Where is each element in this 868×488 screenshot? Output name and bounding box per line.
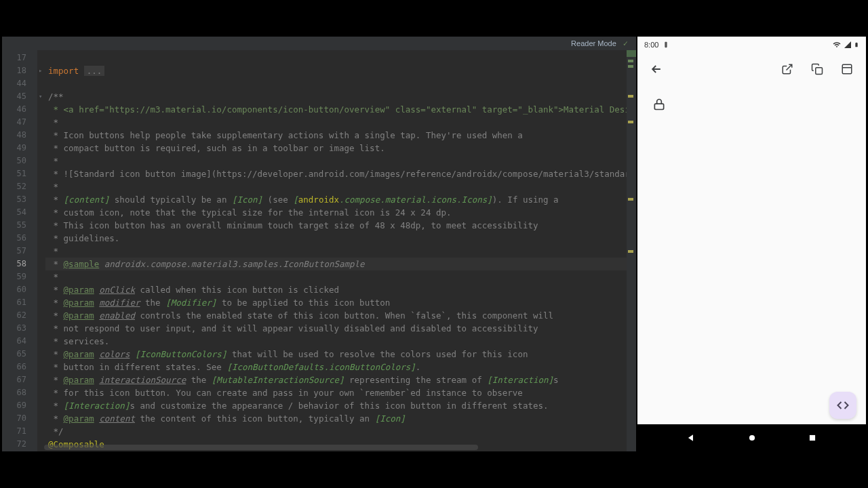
svg-rect-1 (816, 68, 823, 75)
editor-marker[interactable] (628, 250, 633, 253)
code-line[interactable]: * @param onClick called when this icon b… (45, 283, 627, 296)
code-line[interactable]: * (45, 116, 627, 129)
svg-rect-0 (665, 42, 667, 47)
code-line[interactable]: * custom icon, note that the typical siz… (45, 206, 627, 219)
code-line[interactable]: * This icon button has an overall minimu… (45, 219, 627, 232)
line-number: 57 (2, 245, 37, 258)
wifi-icon (832, 41, 842, 49)
open-external-button[interactable] (774, 56, 801, 83)
line-number: 70 (2, 412, 37, 425)
line-number: 66 (2, 361, 37, 373)
code-line[interactable]: * @param modifier the [Modifier] to be a… (45, 296, 627, 309)
back-button[interactable] (643, 56, 670, 83)
statusbar-time: 8:00 (644, 41, 658, 49)
nav-recent-button[interactable] (806, 431, 819, 445)
code-editor-pane: Reader Mode ✓ 17184445464748495051525354… (2, 37, 636, 451)
code-line[interactable]: * [Interaction]s and customize the appea… (45, 399, 627, 412)
fold-marker-icon[interactable]: ▾ (39, 90, 42, 103)
line-number: 61 (2, 296, 37, 309)
line-number: 51 (2, 167, 37, 180)
code-fab-button[interactable] (829, 392, 856, 419)
nav-back-button[interactable] (684, 431, 698, 445)
reader-mode-check-icon[interactable]: ✓ (623, 39, 628, 48)
horizontal-scrollbar[interactable] (44, 445, 478, 450)
marker-strip[interactable] (627, 50, 636, 451)
line-number: 68 (2, 386, 37, 399)
code-line[interactable]: * @param colors [IconButtonColors] that … (45, 348, 627, 361)
code-line[interactable]: * (45, 155, 627, 167)
code-line[interactable]: * (45, 180, 627, 193)
code-line[interactable]: fun IconButton( (45, 451, 627, 451)
line-number: 50 (2, 155, 37, 167)
code-line[interactable]: * [content] should typically be an [Icon… (45, 193, 627, 206)
line-number: 59 (2, 270, 37, 283)
code-line[interactable] (45, 77, 627, 90)
code-lines[interactable]: import .../** * <a href="https://m3.mate… (45, 50, 627, 451)
device-navbar (637, 424, 866, 451)
code-line[interactable]: import ... (45, 64, 627, 77)
line-number: 64 (2, 335, 37, 348)
statusbar-debug-icon (663, 41, 669, 48)
editor-header: Reader Mode ✓ (2, 37, 636, 50)
code-line[interactable]: * @param content the content of this ico… (45, 412, 627, 425)
svg-point-5 (749, 435, 754, 441)
editor-marker[interactable] (628, 121, 633, 123)
code-line[interactable]: */ (45, 425, 627, 438)
line-number: 45 (2, 90, 37, 103)
code-area[interactable]: 1718444546474849505152535455565758596061… (2, 50, 636, 451)
code-line[interactable]: * (45, 245, 627, 258)
battery-icon (854, 40, 859, 49)
lock-icon-button[interactable] (646, 91, 673, 118)
line-number: 54 (2, 206, 37, 219)
fold-marker-icon[interactable]: ▸ (39, 64, 42, 77)
line-number: 44 (2, 77, 37, 90)
code-line[interactable]: * @param interactionSource the [MutableI… (45, 373, 627, 386)
line-number: 72 (2, 438, 37, 451)
line-number: 46 (2, 103, 37, 116)
line-number: 62 (2, 309, 37, 322)
code-line[interactable]: /** (45, 90, 627, 103)
split-view-button[interactable] (833, 56, 861, 83)
code-line[interactable]: * (45, 270, 627, 283)
line-number: 47 (2, 116, 37, 129)
device-statusbar: 8:00 (637, 37, 866, 53)
code-line[interactable]: * Icon buttons help people take suppleme… (45, 129, 627, 142)
reader-mode-label[interactable]: Reader Mode (571, 39, 616, 47)
editor-marker[interactable] (628, 95, 633, 98)
code-line[interactable]: * @param enabled controls the enabled st… (45, 309, 627, 322)
code-line[interactable]: * <a href="https://m3.material.io/compon… (45, 103, 627, 116)
line-number: 49 (2, 142, 37, 155)
code-line[interactable]: * services. (45, 335, 627, 348)
code-line[interactable]: * not respond to user input, and it will… (45, 322, 627, 335)
code-line[interactable]: * compact button is required, such as in… (45, 142, 627, 155)
line-number: 58 (2, 258, 37, 270)
line-number: 18 (2, 64, 37, 77)
code-line[interactable]: * ![Standard icon button image](https://… (45, 167, 627, 180)
line-number: 17 (2, 52, 37, 64)
line-number: 53 (2, 193, 37, 206)
svg-rect-2 (842, 64, 852, 74)
nav-home-button[interactable] (745, 431, 759, 445)
editor-marker[interactable] (628, 65, 633, 68)
copy-button[interactable] (804, 56, 831, 83)
analysis-indicator-icon[interactable] (627, 50, 636, 57)
code-line[interactable] (45, 52, 627, 64)
line-number: 67 (2, 373, 37, 386)
device-preview-pane: 8:00 (637, 37, 866, 451)
code-line[interactable]: * for this icon button. You can create a… (45, 386, 627, 399)
line-number: 73 (2, 451, 37, 451)
line-number: 56 (2, 232, 37, 245)
svg-rect-4 (654, 104, 663, 109)
main-area: Reader Mode ✓ 17184445464748495051525354… (2, 37, 866, 451)
editor-marker[interactable] (628, 198, 633, 201)
fold-gutter: ▸ ▾ (37, 50, 45, 451)
line-number: 60 (2, 283, 37, 296)
code-line[interactable]: * guidelines. (45, 232, 627, 245)
line-number: 65 (2, 348, 37, 361)
editor-marker[interactable] (628, 60, 633, 62)
line-number: 63 (2, 322, 37, 335)
code-line[interactable]: * button in different states. See [IconB… (45, 361, 627, 373)
line-gutter: 1718444546474849505152535455565758596061… (2, 50, 37, 451)
svg-rect-6 (810, 435, 815, 441)
code-line[interactable]: * @sample androidx.compose.material3.sam… (45, 258, 627, 270)
